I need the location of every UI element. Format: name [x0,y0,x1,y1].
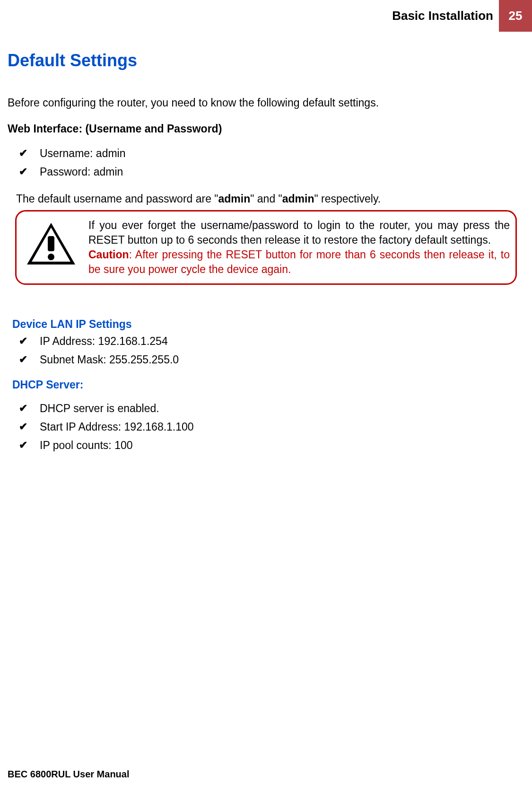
dhcp-heading: DHCP Server: [12,379,524,391]
note-bold: admin [218,193,251,205]
note-text: The default username and password are " [16,193,218,205]
page-number: 25 [499,0,532,32]
note-text: " respectively. [314,193,381,205]
caution-line2: : After pressing the RESET button for mo… [88,248,510,275]
section-title: Default Settings [8,51,524,70]
dhcp-list: DHCP server is enabled. Start IP Address… [8,401,524,454]
svg-point-3 [48,254,54,260]
note-bold: admin [282,193,314,205]
content-area: Default Settings Before configuring the … [0,51,532,454]
caution-label: Caution [88,248,129,261]
list-item: Password: admin [40,164,524,180]
list-item: Start IP Address: 192.168.1.100 [40,419,524,435]
header-title: Basic Installation [386,0,499,32]
footer-text: BEC 6800RUL User Manual [8,769,130,780]
list-item: Username: admin [40,146,524,161]
page-header: Basic Installation 25 [0,0,532,32]
caution-text: If you ever forget the username/password… [88,218,510,277]
web-interface-list: Username: admin Password: admin [8,146,524,180]
list-item: IP Address: 192.168.1.254 [40,334,524,349]
web-interface-heading: Web Interface: (Username and Password) [8,123,524,135]
lan-heading: Device LAN IP Settings [12,318,524,331]
list-item: IP pool counts: 100 [40,438,524,453]
caution-line1: If you ever forget the username/password… [88,219,510,246]
svg-rect-2 [48,236,54,251]
note-text: " and " [250,193,282,205]
warning-icon [25,218,77,270]
list-item: DHCP server is enabled. [40,401,524,416]
lan-list: IP Address: 192.168.1.254 Subnet Mask: 2… [8,334,524,368]
intro-text: Before configuring the router, you need … [8,97,524,109]
default-note: The default username and password are "a… [8,193,524,205]
list-item: Subnet Mask: 255.255.255.0 [40,352,524,368]
caution-box: If you ever forget the username/password… [15,210,517,285]
